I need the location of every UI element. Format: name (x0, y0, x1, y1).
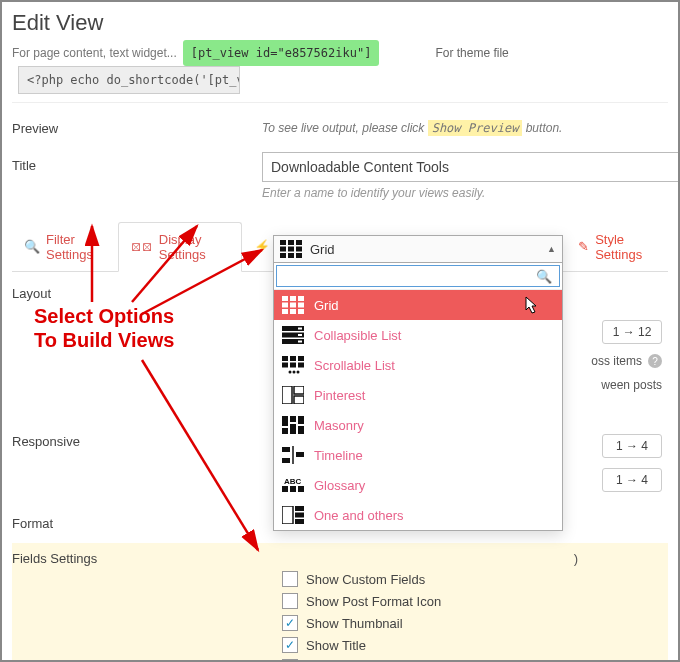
layout-option-timeline[interactable]: Timeline (274, 440, 562, 470)
search-icon: 🔍 (24, 239, 40, 254)
svg-rect-45 (282, 458, 290, 463)
layout-option-pinterest[interactable]: Pinterest (274, 380, 562, 410)
svg-rect-6 (280, 253, 286, 258)
responsive-label: Responsive (12, 434, 132, 449)
list-collapsible-icon (282, 326, 304, 344)
checkbox-show-content[interactable]: ✓ Show Content (12, 656, 668, 662)
tab-style-settings[interactable]: ✎ Style Settings (566, 222, 668, 271)
svg-point-30 (289, 371, 292, 374)
svg-rect-17 (298, 309, 304, 314)
svg-rect-38 (290, 416, 296, 422)
svg-rect-9 (282, 296, 288, 301)
layout-search-input[interactable] (276, 265, 560, 287)
masonry-icon (282, 416, 304, 434)
svg-rect-22 (298, 334, 302, 336)
layout-dropdown[interactable]: Grid ▲ 🔍 Grid Collapsible List Scrollab (273, 235, 563, 531)
layout-selected-text: Grid (310, 242, 335, 257)
checkbox-show-custom-fields[interactable]: Show Custom Fields (12, 568, 668, 590)
svg-rect-2 (296, 240, 302, 245)
cursor-icon (522, 296, 540, 318)
svg-rect-28 (290, 363, 296, 368)
svg-text:ABC: ABC (284, 477, 302, 486)
svg-rect-41 (298, 426, 304, 434)
svg-rect-12 (282, 303, 288, 308)
svg-point-31 (293, 371, 296, 374)
checkbox-checked-icon: ✓ (282, 615, 298, 631)
svg-rect-40 (298, 416, 304, 424)
svg-rect-44 (296, 452, 304, 457)
cross-items-label: oss items ? (591, 354, 662, 368)
svg-rect-51 (295, 506, 304, 511)
svg-rect-5 (296, 247, 302, 252)
chevron-up-icon: ▲ (547, 244, 556, 254)
svg-rect-52 (295, 513, 304, 518)
svg-rect-11 (298, 296, 304, 301)
svg-rect-37 (282, 428, 288, 434)
svg-rect-48 (290, 486, 296, 492)
checkbox-checked-icon: ✓ (282, 637, 298, 653)
checkbox-show-thumbnail[interactable]: ✓ Show Thumbnail (12, 612, 668, 634)
list-scrollable-icon (282, 356, 304, 374)
svg-rect-14 (298, 303, 304, 308)
tab-display-settings[interactable]: ⛝⛝ Display Settings (118, 222, 242, 272)
for-theme-label: For theme file (435, 46, 508, 60)
svg-rect-1 (288, 240, 294, 245)
layout-option-masonry[interactable]: Masonry (274, 410, 562, 440)
preview-hint: To see live output, please click Show Pr… (262, 121, 562, 136)
layout-label: Layout (12, 286, 132, 301)
show-preview-pill: Show Preview (428, 120, 523, 136)
shortcode-snippet[interactable]: [pt_view id="e857562iku"] (183, 40, 380, 66)
svg-rect-0 (280, 240, 286, 245)
svg-rect-24 (282, 356, 288, 361)
svg-rect-35 (294, 396, 304, 404)
svg-rect-49 (298, 486, 304, 492)
layout-option-one-and-others[interactable]: One and others (274, 500, 562, 530)
help-icon[interactable]: ? (648, 354, 662, 368)
svg-rect-33 (282, 386, 292, 404)
svg-rect-21 (298, 328, 302, 330)
svg-rect-23 (298, 341, 302, 343)
svg-rect-50 (282, 506, 293, 524)
range-box-1[interactable]: 1 → 12 (602, 320, 662, 344)
tab-filter-settings[interactable]: 🔍 Filter Settings (12, 222, 118, 271)
title-input[interactable] (262, 152, 680, 182)
svg-rect-27 (282, 363, 288, 368)
svg-rect-34 (294, 386, 304, 394)
php-snippet[interactable]: <?php echo do_shortcode('[pt_view id=e85… (18, 66, 240, 94)
grid-icon: ⛝⛝ (131, 241, 153, 253)
svg-rect-29 (298, 363, 304, 368)
svg-rect-10 (290, 296, 296, 301)
svg-rect-36 (282, 416, 288, 426)
svg-rect-3 (280, 247, 286, 252)
page-title: Edit View (12, 10, 668, 36)
svg-rect-47 (282, 486, 288, 492)
timeline-icon (282, 446, 304, 464)
checkbox-show-title[interactable]: ✓ Show Title (12, 634, 668, 656)
layout-search-wrap: 🔍 (274, 263, 562, 290)
title-label: Title (12, 152, 132, 173)
range-box-2[interactable]: 1 → 4 (602, 434, 662, 458)
layout-option-collapsible[interactable]: Collapsible List (274, 320, 562, 350)
one-others-icon (282, 506, 304, 524)
glossary-icon: ABC (282, 476, 304, 494)
fields-settings-label: Fields Settings (12, 551, 132, 566)
pinterest-layout-icon (282, 386, 304, 404)
layout-option-grid[interactable]: Grid (274, 290, 562, 320)
svg-rect-43 (282, 447, 290, 452)
pencil-icon: ✎ (578, 239, 589, 254)
search-icon: 🔍 (536, 269, 552, 284)
bolt-icon: ⚡ (254, 239, 270, 254)
layout-option-scrollable[interactable]: Scrollable List (274, 350, 562, 380)
layout-dropdown-selected[interactable]: Grid ▲ (274, 236, 562, 263)
checkbox-icon (282, 593, 298, 609)
checkbox-show-post-format-icon[interactable]: Show Post Format Icon (12, 590, 668, 612)
checkbox-icon (282, 571, 298, 587)
range-box-3[interactable]: 1 → 4 (602, 468, 662, 492)
svg-rect-26 (298, 356, 304, 361)
svg-point-32 (297, 371, 300, 374)
svg-rect-53 (295, 519, 304, 524)
svg-rect-8 (296, 253, 302, 258)
grid-icon (280, 240, 302, 258)
layout-option-glossary[interactable]: ABC Glossary (274, 470, 562, 500)
paren-fragment: ) (574, 551, 668, 566)
